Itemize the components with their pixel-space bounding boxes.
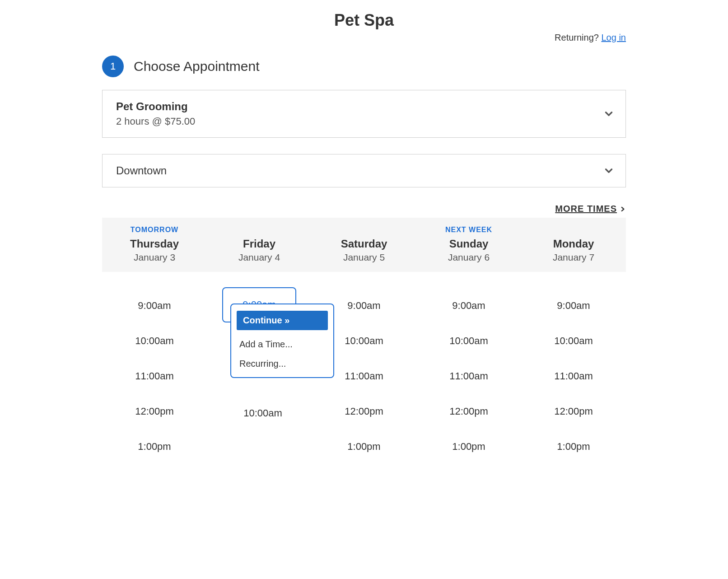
- more-times-link[interactable]: MORE TIMES: [555, 204, 626, 214]
- calendar-day-col: Friday January 4: [207, 226, 312, 263]
- service-selector[interactable]: Pet Grooming 2 hours @ $75.00: [102, 90, 626, 138]
- day-badge: [207, 226, 312, 236]
- calendar-slot-col: 9:00am 10:00am 11:00am 12:00pm 1:00pm: [416, 288, 521, 464]
- location-name: Downtown: [116, 164, 612, 177]
- service-name: Pet Grooming: [116, 100, 612, 113]
- time-slot[interactable]: 9:00am: [102, 288, 207, 323]
- time-slot[interactable]: 11:00am: [416, 359, 521, 394]
- day-name: Friday: [207, 238, 312, 250]
- time-slot[interactable]: 1:00pm: [521, 429, 626, 464]
- returning-label: Returning?: [555, 33, 599, 42]
- day-name: Thursday: [102, 238, 207, 250]
- day-date: January 4: [207, 252, 312, 263]
- time-slot[interactable]: 1:00pm: [102, 429, 207, 464]
- slot-popover: Continue » Add a Time... Recurring...: [230, 304, 334, 378]
- calendar-slot-col: 9:00am 10:00am 11:00am 12:00pm 1:00pm: [102, 288, 207, 464]
- day-date: January 6: [416, 252, 521, 263]
- day-badge: [312, 226, 416, 236]
- recurring-link[interactable]: Recurring...: [237, 352, 328, 369]
- time-slot[interactable]: 11:00am: [521, 359, 626, 394]
- day-badge: TOMORROW: [102, 226, 207, 236]
- calendar-day-col: NEXT WEEK Sunday January 6: [416, 226, 521, 263]
- location-selector[interactable]: Downtown: [102, 154, 626, 187]
- time-slot[interactable]: 12:00pm: [416, 394, 521, 429]
- day-badge: NEXT WEEK: [416, 226, 521, 236]
- calendar-slot-col: 9:00am 10:00am 11:00am 12:00pm 1:00pm: [521, 288, 626, 464]
- time-slot[interactable]: 12:00pm: [312, 394, 416, 429]
- add-time-link[interactable]: Add a Time...: [237, 333, 328, 350]
- calendar-header: TOMORROW Thursday January 3 Friday Janua…: [102, 218, 626, 272]
- time-slot[interactable]: 1:00pm: [416, 429, 521, 464]
- time-slot-empty: [207, 428, 312, 463]
- calendar-body: 9:00am 10:00am 11:00am 12:00pm 1:00pm 9:…: [102, 272, 626, 464]
- chevron-right-icon: [620, 205, 626, 213]
- continue-button[interactable]: Continue »: [237, 311, 328, 330]
- time-slot[interactable]: 10:00am: [102, 323, 207, 359]
- page-title: Pet Spa: [102, 0, 626, 33]
- chevron-down-icon: [603, 165, 615, 177]
- calendar-day-col: Monday January 7: [521, 226, 626, 263]
- day-name: Sunday: [416, 238, 521, 250]
- day-name: Monday: [521, 238, 626, 250]
- step-number-badge: 1: [102, 56, 124, 77]
- day-badge: [521, 226, 626, 236]
- day-date: January 7: [521, 252, 626, 263]
- day-name: Saturday: [312, 238, 416, 250]
- time-slot[interactable]: 9:00am: [416, 288, 521, 323]
- chevron-down-icon: [603, 108, 615, 120]
- time-slot[interactable]: 10:00am: [521, 323, 626, 359]
- calendar: TOMORROW Thursday January 3 Friday Janua…: [102, 218, 626, 464]
- time-slot[interactable]: 10:00am: [218, 407, 308, 419]
- calendar-day-col: Saturday January 5: [312, 226, 416, 263]
- time-slot[interactable]: 1:00pm: [312, 429, 416, 464]
- login-link[interactable]: Log in: [602, 33, 626, 42]
- service-detail: 2 hours @ $75.00: [116, 116, 612, 127]
- time-slot[interactable]: 9:00am: [521, 288, 626, 323]
- calendar-day-col: TOMORROW Thursday January 3: [102, 226, 207, 263]
- day-date: January 3: [102, 252, 207, 263]
- time-slot[interactable]: 11:00am: [102, 359, 207, 394]
- more-times-label: MORE TIMES: [555, 204, 617, 214]
- time-slot[interactable]: 10:00am: [416, 323, 521, 359]
- step-title: Choose Appointment: [134, 59, 260, 74]
- time-slot[interactable]: 12:00pm: [521, 394, 626, 429]
- step-header: 1 Choose Appointment: [102, 56, 626, 77]
- returning-bar: Returning? Log in: [102, 33, 626, 56]
- time-slot[interactable]: 12:00pm: [102, 394, 207, 429]
- day-date: January 5: [312, 252, 416, 263]
